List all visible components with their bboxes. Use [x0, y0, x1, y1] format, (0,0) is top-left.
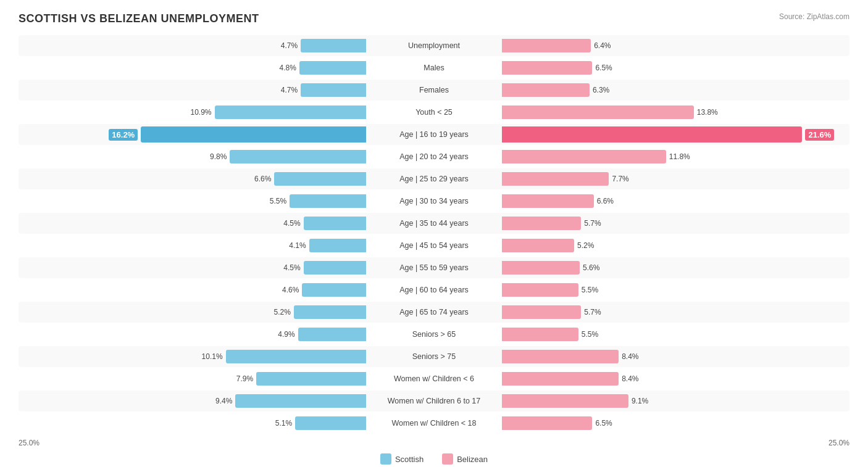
bar-row: 5.1%Women w/ Children < 186.5% [19, 413, 849, 434]
legend-box-scottish [380, 453, 391, 465]
chart-area: 4.7%Unemployment6.4%4.8%Males6.5%4.7%Fem… [19, 35, 849, 434]
chart-container: SCOTTISH VS BELIZEAN UNEMPLOYMENT Source… [19, 12, 849, 465]
bar-right [502, 283, 578, 297]
bar-right [502, 305, 581, 319]
bar-row: 4.9%Seniors > 655.5% [19, 324, 849, 345]
value-left: 4.5% [283, 263, 300, 272]
value-left: 10.9% [191, 108, 212, 117]
value-right: 5.6% [583, 263, 599, 272]
row-label: Age | 65 to 74 years [366, 308, 502, 316]
bar-right [502, 394, 628, 408]
value-left: 5.5% [270, 197, 286, 205]
value-right: 6.4% [594, 41, 611, 50]
row-label: Age | 35 to 44 years [366, 219, 502, 228]
bar-left [235, 394, 366, 408]
value-right: 5.5% [582, 330, 598, 339]
bar-row: 4.7%Unemployment6.4% [19, 35, 849, 56]
value-right: 5.7% [584, 219, 601, 228]
row-label: Seniors > 65 [366, 330, 502, 339]
bar-row: 10.9%Youth < 2513.8% [19, 102, 849, 123]
value-right: 6.3% [593, 86, 609, 94]
value-left: 16.2% [109, 129, 138, 141]
axis-right: 25.0% [502, 439, 849, 447]
bar-row: 16.2%Age | 16 to 19 years21.6% [19, 124, 849, 145]
bar-right [502, 194, 594, 208]
bar-left [298, 328, 366, 341]
value-left: 9.4% [215, 397, 232, 405]
bar-left [294, 305, 366, 319]
value-right: 7.7% [612, 175, 628, 183]
axis-row: 25.0% 25.0% [19, 439, 849, 447]
legend: Scottish Belizean [19, 453, 849, 465]
bar-right [502, 261, 580, 275]
bar-left [302, 283, 366, 297]
bar-left [274, 172, 366, 186]
bar-row: 4.1%Age | 45 to 54 years5.2% [19, 235, 849, 256]
bar-left [309, 239, 366, 252]
value-left: 4.1% [289, 241, 306, 250]
bar-row: 4.6%Age | 60 to 64 years5.5% [19, 279, 849, 300]
bar-right [502, 372, 619, 386]
row-label: Age | 45 to 54 years [366, 241, 502, 250]
value-right: 6.6% [597, 197, 614, 205]
value-left: 7.9% [236, 374, 253, 383]
bar-right [502, 172, 609, 186]
bar-row: 7.9%Women w/ Children < 68.4% [19, 368, 849, 389]
value-right: 9.1% [632, 397, 648, 405]
value-right: 8.4% [622, 374, 638, 383]
row-label: Age | 16 to 19 years [366, 130, 502, 139]
bar-left [215, 105, 366, 119]
bar-right [502, 217, 581, 230]
chart-header: SCOTTISH VS BELIZEAN UNEMPLOYMENT Source… [19, 12, 849, 25]
row-label: Women w/ Children 6 to 17 [366, 397, 502, 405]
value-right: 8.4% [622, 352, 638, 361]
legend-box-belizean [442, 453, 453, 465]
value-right: 5.2% [577, 241, 594, 250]
value-left: 5.2% [274, 308, 291, 316]
row-label: Youth < 25 [366, 108, 502, 117]
bar-right [502, 328, 578, 341]
chart-title: SCOTTISH VS BELIZEAN UNEMPLOYMENT [19, 12, 259, 25]
row-label: Unemployment [366, 41, 502, 50]
value-right: 5.7% [584, 308, 601, 316]
bar-right [502, 105, 694, 119]
bar-right [502, 83, 590, 97]
value-right: 5.5% [582, 286, 598, 294]
row-label: Males [366, 64, 502, 72]
bar-left [299, 61, 366, 75]
bar-row: 4.5%Age | 35 to 44 years5.7% [19, 213, 849, 234]
bar-row: 10.1%Seniors > 758.4% [19, 346, 849, 367]
bar-right [502, 350, 619, 363]
value-right: 13.8% [697, 108, 718, 117]
value-left: 4.7% [281, 41, 298, 50]
row-label: Age | 25 to 29 years [366, 175, 502, 183]
bar-right [502, 126, 802, 143]
bar-right [502, 239, 574, 252]
bar-right [502, 416, 592, 430]
axis-left: 25.0% [19, 439, 366, 447]
value-left: 4.5% [283, 219, 300, 228]
bar-row: 6.6%Age | 25 to 29 years7.7% [19, 168, 849, 189]
row-label: Age | 30 to 34 years [366, 197, 502, 205]
bar-row: 5.2%Age | 65 to 74 years5.7% [19, 302, 849, 323]
bar-left [304, 217, 366, 230]
bar-right [502, 61, 592, 75]
row-label: Age | 60 to 64 years [366, 286, 502, 294]
bar-left [295, 416, 366, 430]
value-left: 4.9% [278, 330, 294, 339]
bar-right [502, 150, 666, 163]
row-label: Age | 20 to 24 years [366, 152, 502, 161]
bar-row: 9.8%Age | 20 to 24 years11.8% [19, 146, 849, 167]
bar-left [141, 126, 366, 143]
value-left: 4.6% [282, 286, 299, 294]
row-label: Age | 55 to 59 years [366, 263, 502, 272]
value-left: 4.7% [281, 86, 298, 94]
value-left: 9.8% [210, 152, 227, 161]
bar-row: 4.5%Age | 55 to 59 years5.6% [19, 257, 849, 278]
legend-label-belizean: Belizean [457, 455, 488, 464]
legend-item-belizean: Belizean [442, 453, 488, 465]
value-left: 10.1% [202, 352, 223, 361]
legend-label-scottish: Scottish [395, 455, 424, 464]
row-label: Seniors > 75 [366, 352, 502, 361]
row-label: Women w/ Children < 6 [366, 374, 502, 383]
